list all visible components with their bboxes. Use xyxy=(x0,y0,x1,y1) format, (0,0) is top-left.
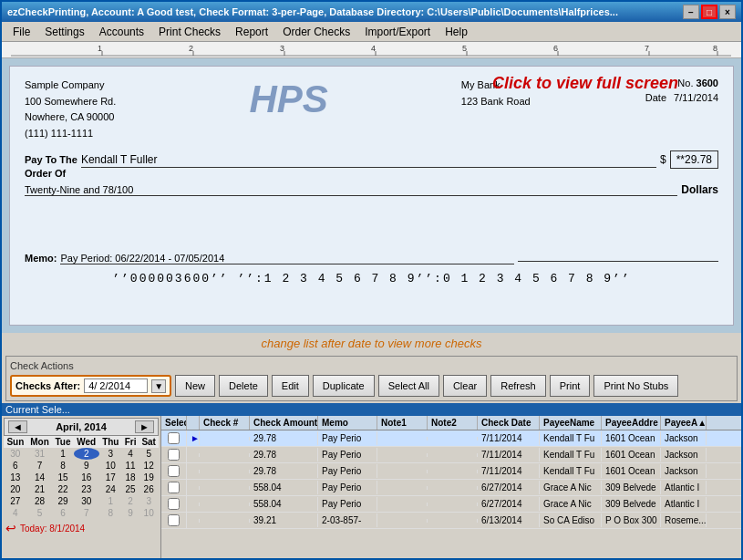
table-row[interactable]: 558.04 Pay Perio 6/27/2014 Grace A Nic 3… xyxy=(161,496,741,513)
row-checkbox[interactable] xyxy=(161,447,187,462)
col-header-payeeA: PayeeA▲ xyxy=(661,416,707,430)
row-amount: 558.04 xyxy=(250,497,318,511)
maximize-button[interactable]: □ xyxy=(701,5,717,19)
cal-cell[interactable]: 24 xyxy=(99,483,122,495)
table-row[interactable]: 558.04 Pay Perio 6/27/2014 Grace A Nic 3… xyxy=(161,480,741,496)
cal-cell[interactable]: 21 xyxy=(27,483,53,495)
menu-import-export[interactable]: Import/Export xyxy=(357,24,438,40)
cal-prev-button[interactable]: ◄ xyxy=(8,420,27,433)
close-button[interactable]: × xyxy=(719,5,736,19)
select-all-button[interactable]: Select All xyxy=(378,375,439,397)
menu-settings[interactable]: Settings xyxy=(37,24,91,40)
cal-cell[interactable]: 28 xyxy=(27,495,53,507)
date-dropdown-button[interactable]: ▼ xyxy=(151,379,166,393)
window-title: ezCheckPrinting, Account: A Good test, C… xyxy=(7,6,618,17)
cal-cell[interactable]: 10 xyxy=(99,460,122,472)
cal-cell[interactable]: 2 xyxy=(122,495,139,507)
row-date: 6/27/2014 xyxy=(478,481,540,494)
table-row[interactable]: 29.78 Pay Perio 7/11/2014 Kendall T Fu 1… xyxy=(161,447,741,463)
change-hint: change list after date to view more chec… xyxy=(2,337,741,350)
svg-text:5: 5 xyxy=(462,44,467,53)
cal-cell[interactable]: 7 xyxy=(74,507,99,519)
row-checkbox[interactable] xyxy=(161,513,187,528)
clear-button[interactable]: Clear xyxy=(443,375,487,397)
cal-cell[interactable]: 23 xyxy=(74,483,99,495)
cal-cell[interactable]: 6 xyxy=(4,460,27,472)
cal-cell[interactable]: 12 xyxy=(139,460,159,472)
check-number: 3600 xyxy=(697,78,718,88)
cal-cell[interactable]: 2 xyxy=(74,448,99,460)
cal-cell[interactable]: 3 xyxy=(99,448,122,460)
cal-cell[interactable]: 30 xyxy=(74,495,99,507)
row-checkbox[interactable] xyxy=(161,480,187,495)
cal-cell[interactable]: 25 xyxy=(122,483,139,495)
minimize-button[interactable]: − xyxy=(683,5,699,19)
cal-cell[interactable]: 5 xyxy=(139,448,159,460)
menu-accounts[interactable]: Accounts xyxy=(92,24,151,40)
cal-cell[interactable]: 3 xyxy=(139,495,159,507)
row-checkno xyxy=(200,453,250,457)
cal-cell[interactable]: 9 xyxy=(122,507,139,519)
menu-report[interactable]: Report xyxy=(228,24,275,40)
cal-cell[interactable]: 6 xyxy=(52,507,73,519)
row-memo: Pay Perio xyxy=(318,497,377,511)
date-line: Date 7/11/2014 xyxy=(645,92,718,103)
cal-cell[interactable]: 18 xyxy=(122,472,139,483)
row-addr: 1601 Ocean xyxy=(602,448,661,461)
row-checkbox[interactable] xyxy=(161,430,187,446)
menu-print-checks[interactable]: Print Checks xyxy=(151,24,228,40)
refresh-button[interactable]: Refresh xyxy=(490,375,546,397)
cal-cell[interactable]: 16 xyxy=(74,472,99,483)
table-row[interactable]: 39.21 2-03-857- 6/13/2014 So CA Ediso P … xyxy=(161,513,741,529)
fullscreen-hint[interactable]: Click to view full screen xyxy=(492,74,678,93)
cal-cell[interactable]: 8 xyxy=(99,507,122,519)
col-header-selected: Selected xyxy=(161,416,187,430)
cal-cell[interactable]: 17 xyxy=(99,472,122,483)
row-checkbox[interactable] xyxy=(161,496,187,512)
cal-cell[interactable]: 8 xyxy=(52,460,73,472)
print-no-stubs-button[interactable]: Print No Stubs xyxy=(593,375,678,397)
row-indicator xyxy=(187,503,200,506)
cal-cell[interactable]: 30 xyxy=(4,448,27,460)
menu-order-checks[interactable]: Order Checks xyxy=(275,24,357,40)
cal-cell[interactable]: 26 xyxy=(139,483,159,495)
cal-cell[interactable]: 27 xyxy=(4,495,27,507)
cal-cell[interactable]: 1 xyxy=(52,448,73,460)
cal-cell[interactable]: 22 xyxy=(52,483,73,495)
row-note1 xyxy=(377,437,428,441)
cal-cell[interactable]: 1 xyxy=(99,495,122,507)
print-button[interactable]: Print xyxy=(550,375,591,397)
cal-cell[interactable]: 10 xyxy=(139,507,159,519)
checks-after-input[interactable] xyxy=(84,379,148,393)
micr-line: ’’000003600’’ ’’:1 2 3 4 5 6 7 8 9’’:0 1… xyxy=(25,272,718,285)
cal-cell[interactable]: 5 xyxy=(27,507,53,519)
table-row[interactable]: ► 29.78 Pay Perio 7/11/2014 Kendall T Fu… xyxy=(161,430,741,447)
memo-value: Pay Period: 06/22/2014 - 07/05/2014 xyxy=(60,253,514,264)
svg-text:7: 7 xyxy=(645,44,649,53)
cal-cell[interactable]: 9 xyxy=(74,460,99,472)
duplicate-button[interactable]: Duplicate xyxy=(313,375,375,397)
new-button[interactable]: New xyxy=(175,375,215,397)
cal-cell[interactable]: 19 xyxy=(139,472,159,483)
cal-cell[interactable]: 11 xyxy=(122,460,139,472)
cal-cell[interactable]: 15 xyxy=(52,472,73,483)
row-checkbox[interactable] xyxy=(161,463,187,479)
cal-cell[interactable]: 4 xyxy=(4,507,27,519)
cal-cell[interactable]: 29 xyxy=(52,495,73,507)
cal-day-thu: Thu xyxy=(99,436,122,448)
cal-cell[interactable]: 14 xyxy=(27,472,53,483)
row-addr: 309 Belvede xyxy=(602,497,661,511)
cal-next-button[interactable]: ► xyxy=(135,420,154,433)
cal-cell[interactable]: 7 xyxy=(27,460,53,472)
cal-cell[interactable]: 20 xyxy=(4,483,27,495)
table-row[interactable]: 29.78 Pay Perio 7/11/2014 Kendall T Fu 1… xyxy=(161,463,741,480)
menu-help[interactable]: Help xyxy=(438,24,475,40)
row-amount: 29.78 xyxy=(250,464,318,478)
delete-button[interactable]: Delete xyxy=(219,375,268,397)
cal-cell[interactable]: 13 xyxy=(4,472,27,483)
check-middle xyxy=(25,200,718,245)
cal-cell[interactable]: 31 xyxy=(27,448,53,460)
cal-cell[interactable]: 4 xyxy=(122,448,139,460)
edit-button[interactable]: Edit xyxy=(272,375,309,397)
menu-file[interactable]: File xyxy=(5,24,37,40)
